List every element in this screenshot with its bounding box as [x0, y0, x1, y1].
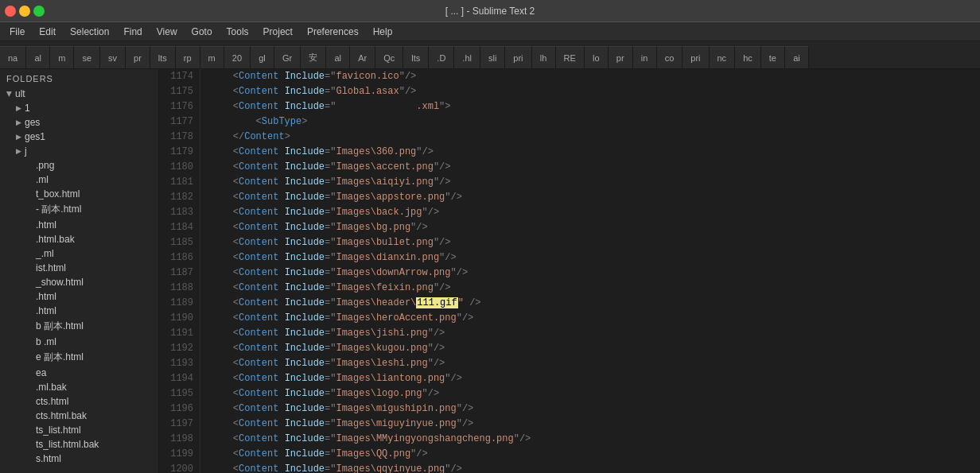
- tab-29[interactable]: hc: [735, 46, 761, 68]
- tab-1[interactable]: al: [26, 46, 50, 68]
- editor[interactable]: 1174117511761177117811791180118111821183…: [159, 69, 980, 473]
- sidebar-item-8[interactable]: - 副本.html: [0, 201, 158, 218]
- sidebar-item-21[interactable]: cts.html: [0, 394, 158, 409]
- sidebar-item-24[interactable]: ts_list.html.bak: [0, 437, 158, 452]
- tab-30[interactable]: te: [761, 46, 785, 68]
- tab-31[interactable]: ai: [785, 46, 809, 68]
- tab-15[interactable]: Qc: [375, 46, 403, 68]
- menu-item-tools[interactable]: Tools: [220, 25, 255, 39]
- tab-28[interactable]: nc: [710, 46, 736, 68]
- code-line-1194: <Content Include="Images\liantong.png"/>: [210, 371, 980, 386]
- sidebar-item-10[interactable]: .html.bak: [0, 232, 158, 246]
- tab-8[interactable]: m: [200, 46, 224, 68]
- tab-12[interactable]: 安: [301, 46, 326, 68]
- sidebar-item-1[interactable]: ▶1: [0, 101, 158, 115]
- tab-10[interactable]: gl: [251, 46, 274, 68]
- code-line-1180: <Content Include="Images\accent.png"/>: [210, 160, 980, 175]
- sidebar-item-17[interactable]: b .ml: [0, 335, 158, 349]
- sidebar-item-23[interactable]: ts_list.html: [0, 423, 158, 437]
- sidebar-item-label-23: ts_list.html: [36, 425, 81, 436]
- sidebar-item-16[interactable]: b 副本.html: [0, 318, 158, 335]
- line-number-1197: 1197: [159, 417, 193, 432]
- code-line-1185: <Content Include="Images\bullet.png"/>: [210, 235, 980, 250]
- tab-18[interactable]: .hl: [454, 46, 480, 68]
- menu-item-view[interactable]: View: [150, 25, 184, 39]
- tab-2[interactable]: m: [50, 46, 74, 68]
- code-content[interactable]: <Content Include="favicon.ico"/> <Conten…: [200, 69, 980, 473]
- sidebar-item-label-18: e 副本.html: [36, 351, 84, 364]
- tab-19[interactable]: sli: [480, 46, 505, 68]
- code-line-1181: <Content Include="Images\aiqiyi.png"/>: [210, 175, 980, 190]
- code-line-1176: <Content Include=" .xml">: [210, 99, 980, 114]
- window-title: [ ... ] - Sublime Text 2: [445, 6, 535, 17]
- sidebar-item-19[interactable]: ea: [0, 366, 158, 380]
- sidebar-item-20[interactable]: .ml.bak: [0, 380, 158, 394]
- line-number-1176: 1176: [159, 99, 193, 114]
- sidebar-item-2[interactable]: ▶ges: [0, 115, 158, 130]
- sidebar-item-25[interactable]: s.html: [0, 452, 158, 466]
- menu-item-selection[interactable]: Selection: [64, 25, 115, 39]
- tab-14[interactable]: Ar: [350, 46, 375, 68]
- tab-0[interactable]: na: [0, 46, 26, 68]
- tab-20[interactable]: pri: [505, 46, 531, 68]
- sidebar-item-13[interactable]: _show.html: [0, 275, 158, 289]
- tab-13[interactable]: al: [326, 46, 350, 68]
- sidebar-item-7[interactable]: t_box.html: [0, 187, 158, 201]
- code-line-1183: <Content Include="Images\back.jpg"/>: [210, 205, 980, 220]
- sidebar-item-0[interactable]: ▶ult: [0, 87, 158, 101]
- sidebar-item-9[interactable]: .html: [0, 218, 158, 232]
- tab-9[interactable]: 20: [224, 46, 251, 68]
- close-button[interactable]: [5, 6, 16, 17]
- sidebar-item-22[interactable]: cts.html.bak: [0, 409, 158, 423]
- menu-item-find[interactable]: Find: [117, 25, 148, 39]
- tab-26[interactable]: co: [657, 46, 683, 68]
- tab-22[interactable]: RE: [556, 46, 585, 68]
- menu-item-help[interactable]: Help: [367, 25, 399, 39]
- tab-17[interactable]: .D: [429, 46, 454, 68]
- sidebar-item-6[interactable]: .ml: [0, 173, 158, 187]
- tab-7[interactable]: rp: [176, 46, 200, 68]
- tab-25[interactable]: in: [633, 46, 657, 68]
- sidebar-item-label-0: ult: [15, 88, 25, 99]
- maximize-button[interactable]: [33, 6, 45, 17]
- tab-16[interactable]: lts: [403, 46, 429, 68]
- sidebar-item-label-22: cts.html.bak: [36, 410, 87, 421]
- sidebar-item-5[interactable]: .png: [0, 158, 158, 173]
- tab-24[interactable]: pr: [609, 46, 633, 68]
- sidebar-item-12[interactable]: ist.html: [0, 261, 158, 275]
- minimize-button[interactable]: [19, 6, 30, 17]
- menu-item-goto[interactable]: Goto: [185, 25, 219, 39]
- code-line-1196: <Content Include="Images\migushipin.png"…: [210, 401, 980, 417]
- sidebar-item-label-4: j: [25, 145, 27, 157]
- menu-item-project[interactable]: Project: [257, 25, 299, 39]
- sidebar-item-label-5: .png: [36, 160, 54, 171]
- sidebar-item-label-16: b 副本.html: [36, 320, 84, 333]
- tab-21[interactable]: lh: [532, 46, 556, 68]
- code-line-1192: <Content Include="Images\kugou.png"/>: [210, 341, 980, 356]
- sidebar-item-label-24: ts_list.html.bak: [36, 439, 99, 450]
- sidebar-item-18[interactable]: e 副本.html: [0, 349, 158, 366]
- sidebar-item-15[interactable]: .html: [0, 304, 158, 318]
- title-bar: [ ... ] - Sublime Text 2: [0, 0, 980, 22]
- line-number-1196: 1196: [159, 401, 193, 417]
- tab-27[interactable]: pri: [682, 46, 709, 68]
- tab-3[interactable]: se: [74, 46, 100, 68]
- main-content: FOLDERS ▶ult▶1▶ges▶ges1▶j.png.mlt_box.ht…: [0, 69, 980, 473]
- sidebar-item-11[interactable]: _.ml: [0, 246, 158, 261]
- tab-5[interactable]: pr: [126, 46, 150, 68]
- sidebar-item-3[interactable]: ▶ges1: [0, 130, 158, 144]
- code-line-1195: <Content Include="Images\logo.png"/>: [210, 386, 980, 401]
- sidebar-item-label-3: ges1: [25, 131, 45, 142]
- menu-item-preferences[interactable]: Preferences: [301, 25, 365, 39]
- sidebar-item-14[interactable]: .html: [0, 289, 158, 304]
- tab-4[interactable]: sv: [100, 46, 126, 68]
- line-number-1177: 1177: [159, 114, 193, 130]
- tab-23[interactable]: lo: [585, 46, 609, 68]
- menu-item-edit[interactable]: Edit: [33, 25, 62, 39]
- sidebar-item-4[interactable]: ▶j: [0, 144, 158, 158]
- code-line-1200: <Content Include="Images\qqyinyue.png"/>: [210, 462, 980, 473]
- tab-6[interactable]: lts: [150, 46, 176, 68]
- tab-11[interactable]: Gr: [274, 46, 301, 68]
- menu-item-file[interactable]: File: [3, 25, 31, 39]
- code-line-1186: <Content Include="Images\dianxin.png"/>: [210, 250, 980, 266]
